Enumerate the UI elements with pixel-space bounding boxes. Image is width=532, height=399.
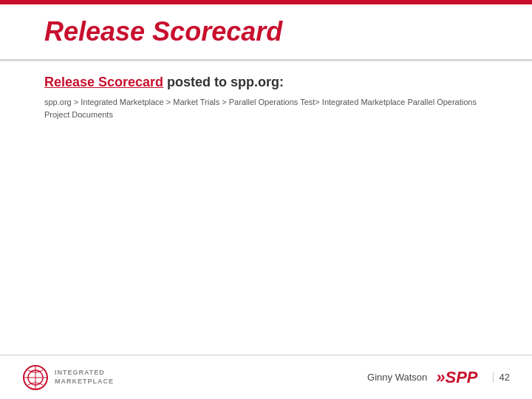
spp-brand: »SPP <box>436 368 477 387</box>
footer-right: Ginny Watson »SPP 42 <box>367 368 510 387</box>
page-title: Release Scorecard <box>44 16 282 47</box>
footer: INTEGRATED MARKETPLACE Ginny Watson »SPP… <box>0 355 532 399</box>
subtitle-link[interactable]: Release Scorecard <box>44 75 163 89</box>
spp-logo: »SPP <box>436 368 477 387</box>
breadcrumb: spp.org > Integrated Marketplace > Marke… <box>44 96 488 120</box>
integrated-marketplace-logo-icon <box>22 364 49 391</box>
subtitle: Release Scorecard posted to spp.org: <box>44 75 488 90</box>
logo-line1: INTEGRATED <box>55 369 114 378</box>
header: Release Scorecard <box>0 4 532 60</box>
footer-logo: INTEGRATED MARKETPLACE <box>22 364 114 391</box>
presenter-name: Ginny Watson <box>367 372 427 383</box>
subtitle-rest: posted to spp.org: <box>163 75 284 89</box>
logo-line2: MARKETPLACE <box>55 378 114 386</box>
page-number: 42 <box>493 372 510 383</box>
logo-text: INTEGRATED MARKETPLACE <box>55 369 114 386</box>
main-content: Release Scorecard posted to spp.org: spp… <box>0 60 532 355</box>
